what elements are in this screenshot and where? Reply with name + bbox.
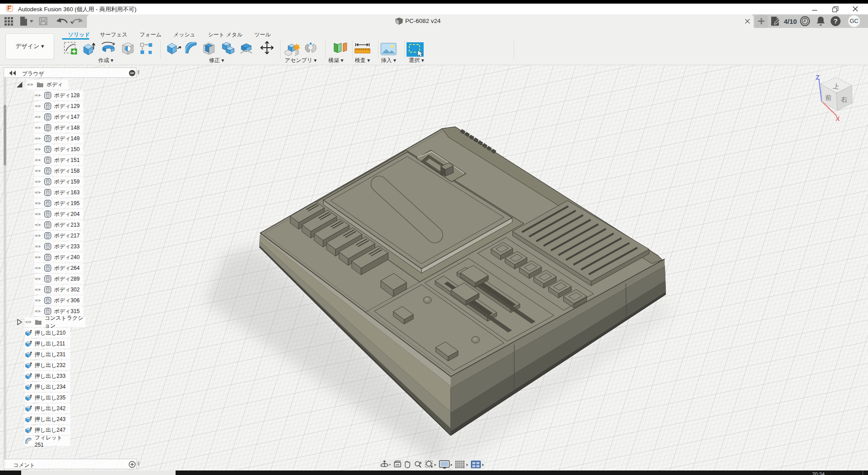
svg-text:右: 右 xyxy=(841,96,847,103)
svg-text:X: X xyxy=(836,115,840,122)
svg-text:前: 前 xyxy=(825,94,832,101)
svg-text:?: ? xyxy=(833,17,837,25)
svg-text:上: 上 xyxy=(832,82,840,90)
svg-text:Z: Z xyxy=(816,74,820,81)
